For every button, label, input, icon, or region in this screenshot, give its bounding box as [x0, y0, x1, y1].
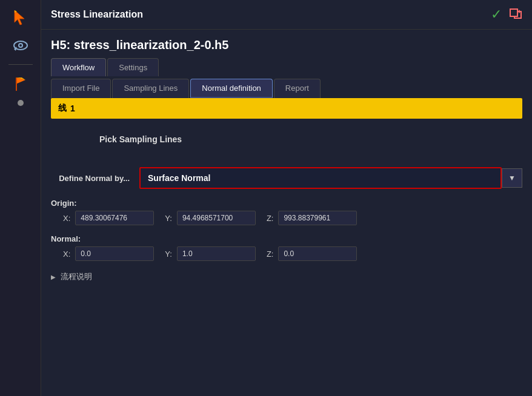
banner-icon: 线	[58, 103, 67, 114]
tab-workflow[interactable]: Workflow	[51, 58, 106, 76]
sidebar-divider	[8, 64, 33, 65]
origin-y-label: Y:	[159, 214, 172, 223]
svg-point-4	[19, 44, 22, 47]
cursor-tool-icon[interactable]	[7, 6, 34, 29]
origin-z-input[interactable]	[278, 211, 357, 225]
tab-report[interactable]: Report	[274, 79, 321, 98]
workflow-description-row[interactable]: ▶ 流程说明	[51, 265, 522, 288]
workflow-description-label: 流程说明	[61, 271, 92, 282]
sidebar	[0, 0, 41, 396]
normal-section: Normal: X: Y: Z:	[51, 229, 522, 265]
normal-x-label: X:	[51, 249, 70, 259]
file-header: H5: stress_linearization_2-0.h5	[41, 30, 532, 58]
dropdown-arrow-button[interactable]: ▼	[502, 168, 522, 188]
flag-tool-icon[interactable]	[7, 72, 34, 95]
app-title: Stress Linearization	[51, 9, 143, 20]
svg-rect-9	[510, 9, 517, 16]
svg-marker-0	[15, 10, 24, 25]
normal-label: Normal:	[51, 232, 522, 245]
normal-z-label: Z:	[261, 249, 274, 259]
origin-row: X: Y: Z:	[51, 209, 522, 227]
origin-x-label: X:	[51, 214, 70, 223]
normal-row: X: Y: Z:	[51, 245, 522, 263]
tab-row-2: Import File Sampling Lines Normal defini…	[41, 79, 532, 98]
normal-y-input[interactable]	[177, 246, 256, 261]
title-bar: Stress Linearization ✓	[41, 0, 532, 30]
origin-z-label: Z:	[261, 214, 274, 223]
main-panel: Stress Linearization ✓ H5: stress_linear…	[41, 0, 532, 396]
surface-normal-dropdown[interactable]: Surface Normal ▼	[139, 167, 522, 189]
origin-section: Origin: X: Y: Z:	[51, 194, 522, 229]
tab-settings[interactable]: Settings	[107, 58, 159, 76]
tab-normal-definition[interactable]: Normal definition	[190, 79, 273, 98]
tab-sampling-lines[interactable]: Sampling Lines	[112, 79, 189, 98]
title-bar-actions: ✓	[491, 6, 522, 23]
define-normal-row: Define Normal by... Surface Normal ▼	[51, 162, 522, 194]
sampling-line-banner: 线 1	[51, 98, 522, 119]
confirm-button[interactable]: ✓	[491, 7, 502, 22]
dot-indicator	[18, 100, 24, 106]
expand-arrow-icon: ▶	[51, 274, 56, 280]
pick-sampling-label: Pick Sampling Lines	[51, 125, 522, 162]
dropdown-selected-value[interactable]: Surface Normal	[139, 167, 502, 189]
eye-tool-icon[interactable]	[7, 34, 34, 57]
tab-import-file[interactable]: Import File	[51, 79, 111, 98]
svg-rect-6	[16, 78, 17, 91]
banner-text: 1	[70, 104, 75, 113]
tab-row-1: Workflow Settings	[41, 58, 532, 76]
origin-label: Origin:	[51, 196, 522, 209]
content-area: 线 1 Pick Sampling Lines Define Normal by…	[41, 98, 532, 396]
normal-x-input[interactable]	[75, 246, 154, 261]
normal-z-input[interactable]	[278, 246, 357, 261]
exit-button[interactable]	[509, 6, 522, 23]
origin-x-input[interactable]	[75, 211, 154, 225]
origin-y-input[interactable]	[177, 211, 256, 225]
normal-y-label: Y:	[159, 249, 172, 259]
define-normal-label: Define Normal by...	[51, 174, 130, 183]
